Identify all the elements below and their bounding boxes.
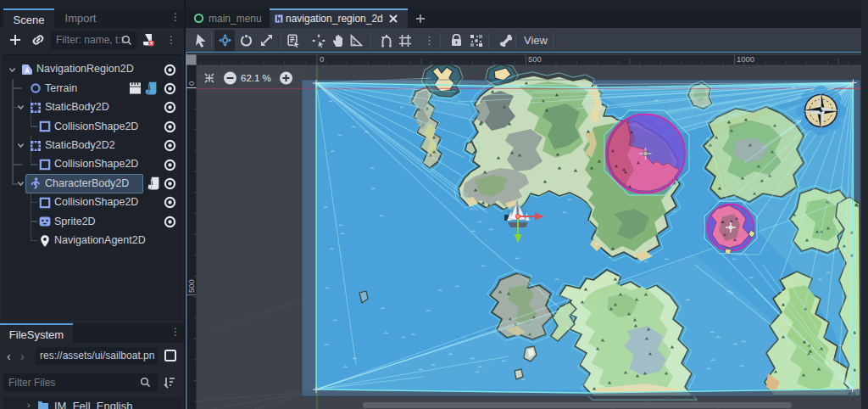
svg-text:62.1 %: 62.1 % — [241, 73, 271, 83]
svg-text:1000: 1000 — [737, 54, 754, 64]
svg-text:0: 0 — [186, 81, 196, 86]
svg-text:500: 500 — [528, 54, 542, 64]
svg-text:0: 0 — [320, 54, 324, 64]
svg-text:500: 500 — [186, 279, 196, 293]
